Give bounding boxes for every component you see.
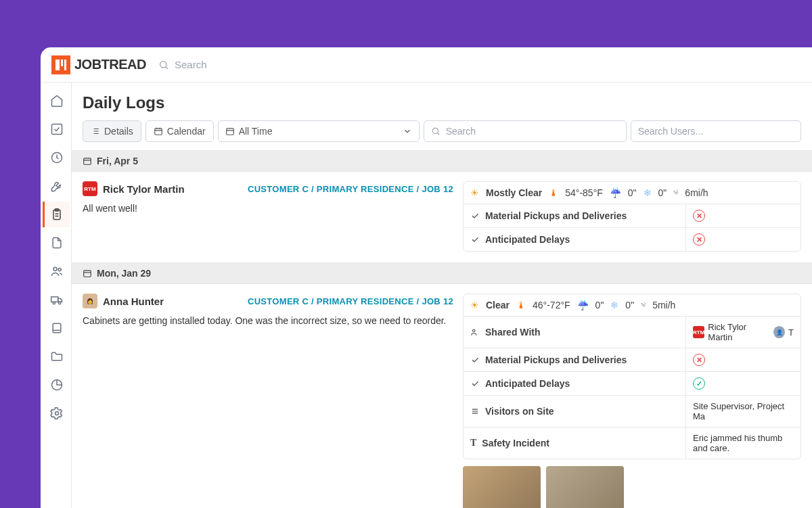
- svg-rect-30: [226, 129, 233, 135]
- svg-point-14: [53, 302, 55, 304]
- date-header: Fri, Apr 5: [72, 150, 812, 172]
- log-right: ☀ Mostly Clear 🌡54°-85°F ☔0" ❄0" ༄6mi/h …: [463, 181, 801, 252]
- wind-icon: ༄: [673, 187, 678, 198]
- svg-rect-5: [52, 124, 62, 135]
- calendar-icon: [225, 126, 235, 136]
- home-icon: [50, 94, 64, 108]
- svg-point-11: [53, 267, 57, 271]
- book-icon: [50, 321, 64, 335]
- nav-contacts[interactable]: [43, 258, 70, 284]
- app-window: JOBTREAD Search Daily Logs: [37, 44, 812, 508]
- calendar-icon: [83, 156, 92, 166]
- view-calendar-button[interactable]: Calendar: [145, 120, 214, 142]
- search-icon: [431, 126, 441, 136]
- status-x-icon: ✕: [693, 210, 705, 222]
- nav-tools[interactable]: [43, 173, 70, 199]
- gear-icon: [50, 407, 64, 420]
- layout: Daily Logs Details Calendar All Time: [41, 83, 812, 508]
- page-title: Daily Logs: [72, 83, 812, 120]
- calendar-icon: [83, 269, 92, 278]
- svg-rect-0: [55, 60, 60, 70]
- date-header: Mon, Jan 29: [72, 262, 812, 284]
- nav-time[interactable]: [43, 145, 70, 170]
- job-link[interactable]: CUSTOMER C / PRIMARY RESIDENCE / JOB 12: [248, 296, 453, 306]
- sidebar: [41, 83, 72, 508]
- search-icon: [158, 60, 169, 70]
- clipboard-icon: [50, 208, 64, 221]
- app-header: JOBTREAD Search: [41, 47, 812, 83]
- svg-point-12: [58, 268, 61, 271]
- sun-icon: ☀: [470, 187, 479, 198]
- check-icon: [470, 355, 480, 365]
- photo-thumbnail[interactable]: [546, 466, 624, 508]
- folder-icon: [50, 350, 64, 363]
- truck-icon: [50, 293, 64, 306]
- chevron-down-icon: [403, 126, 412, 136]
- check-icon: [470, 379, 480, 388]
- rain-icon: ☔: [577, 300, 589, 310]
- shared-with-row: Shared With RTM Rick Tylor Martin 👤 T: [464, 316, 800, 348]
- svg-rect-1: [61, 60, 63, 66]
- photo-attachments: [463, 466, 801, 508]
- avatar: 👩: [83, 294, 97, 308]
- status-x-icon: ✕: [693, 233, 705, 246]
- job-link[interactable]: CUSTOMER C / PRIMARY RESIDENCE / JOB 12: [248, 184, 453, 194]
- log-body: All went well!: [83, 203, 453, 214]
- info-row: Visitors on Site Site Supervisor, Projec…: [464, 395, 800, 427]
- nav-fleet[interactable]: [43, 287, 70, 313]
- svg-line-33: [437, 133, 439, 135]
- info-row: Material Pickups and Deliveries ✕: [464, 204, 800, 227]
- logo-mark-icon: [51, 55, 70, 74]
- check-icon: [470, 211, 480, 221]
- svg-rect-36: [84, 271, 91, 277]
- log-left: RTM Rick Tylor Martin CUSTOMER C / PRIMA…: [83, 181, 453, 214]
- log-body: Cabinets are getting installed today. On…: [83, 315, 453, 326]
- users-icon: [470, 327, 480, 337]
- snow-icon: ❄: [644, 187, 652, 198]
- users-icon: [50, 264, 64, 278]
- nav-reports[interactable]: [43, 372, 70, 398]
- view-details-button[interactable]: Details: [83, 120, 141, 142]
- snow-icon: ❄: [610, 300, 618, 310]
- weather-row: ☀ Clear 🌡46°-72°F ☔0" ❄0" ༄5mi/h: [464, 294, 800, 316]
- sun-icon: ☀: [470, 300, 479, 310]
- svg-point-19: [55, 412, 59, 415]
- svg-point-3: [160, 61, 166, 67]
- log-entry: 👩 Anna Hunter CUSTOMER C / PRIMARY RESID…: [72, 284, 812, 508]
- brand-logo[interactable]: JOBTREAD: [51, 55, 146, 74]
- nav-files[interactable]: [43, 344, 70, 369]
- svg-rect-16: [53, 323, 61, 332]
- global-search[interactable]: Search: [158, 59, 207, 70]
- time-filter-select[interactable]: All Time: [218, 120, 420, 142]
- author-name: Anna Hunter: [103, 296, 242, 307]
- list-icon: [91, 126, 100, 136]
- info-row: Material Pickups and Deliveries ✕: [464, 348, 800, 371]
- user-search-input[interactable]: Search Users...: [631, 120, 801, 142]
- log-right: ☀ Clear 🌡46°-72°F ☔0" ❄0" ༄5mi/h Shared …: [463, 294, 801, 508]
- file-icon: [50, 236, 64, 250]
- calendar-icon: [154, 126, 163, 136]
- svg-rect-2: [64, 60, 66, 70]
- status-x-icon: ✕: [693, 354, 705, 366]
- author-name: Rick Tylor Martin: [103, 183, 242, 195]
- svg-line-4: [166, 67, 168, 69]
- nav-settings[interactable]: [43, 400, 70, 426]
- svg-point-32: [432, 128, 438, 133]
- status-ok-icon: ✓: [693, 377, 705, 390]
- photo-thumbnail[interactable]: [463, 466, 541, 508]
- nav-docs[interactable]: [43, 230, 70, 256]
- main-content: Daily Logs Details Calendar All Time: [72, 83, 812, 508]
- log-entry: RTM Rick Tylor Martin CUSTOMER C / PRIMA…: [72, 172, 812, 262]
- nav-library[interactable]: [43, 315, 70, 341]
- weather-row: ☀ Mostly Clear 🌡54°-85°F ☔0" ❄0" ༄6mi/h: [464, 182, 800, 204]
- nav-daily-logs[interactable]: [43, 202, 70, 227]
- check-icon: [470, 235, 480, 244]
- log-search-input[interactable]: Search: [424, 120, 627, 142]
- nav-home[interactable]: [43, 88, 70, 114]
- list-icon: [470, 407, 480, 416]
- wind-icon: ༄: [641, 300, 646, 310]
- nav-tasks[interactable]: [43, 116, 70, 142]
- svg-rect-26: [155, 129, 162, 135]
- svg-rect-34: [84, 158, 91, 164]
- wrench-icon: [50, 179, 64, 193]
